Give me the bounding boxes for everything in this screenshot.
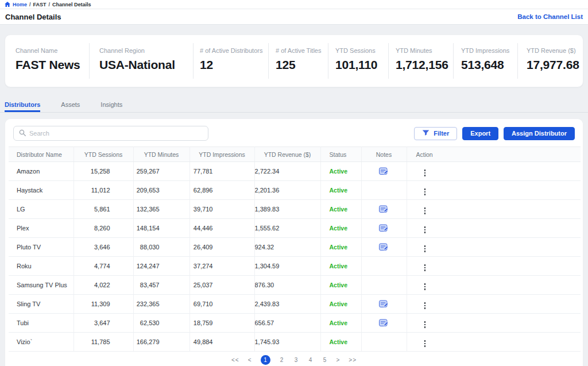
filter-button[interactable]: Filter: [414, 127, 457, 140]
pagination-last[interactable]: >>: [349, 357, 357, 363]
home-icon[interactable]: [5, 2, 10, 7]
stat-label: Channel Name: [16, 47, 89, 54]
toolbar-buttons: Filter Export Assign Distributor: [414, 127, 575, 140]
status-badge: Active: [330, 244, 348, 251]
tab-distributors[interactable]: Distributors: [5, 97, 40, 112]
row-actions-kebab-icon[interactable]: [422, 263, 428, 272]
page-title: Channel Details: [5, 13, 61, 21]
column-header-ytd-sessions: YTD Sessions: [74, 147, 133, 162]
tab-insights[interactable]: Insights: [100, 97, 122, 112]
status-cell: Active: [320, 181, 361, 200]
ytd-impressions-cell: 62,896: [189, 181, 254, 200]
ytd-minutes-cell: 232,365: [133, 295, 189, 314]
ytd-minutes-cell: 83,457: [133, 276, 189, 295]
pagination-page-3[interactable]: 3: [293, 357, 299, 363]
stat-label: YTD Sessions: [335, 47, 388, 54]
action-cell: [407, 333, 581, 352]
stat-label: # of Active Distributors: [200, 47, 268, 54]
note-edit-icon[interactable]: [379, 167, 389, 175]
notes-cell: [361, 162, 407, 181]
status-badge: Active: [330, 263, 348, 269]
ytd-sessions-cell: 8,260: [74, 219, 133, 238]
pagination-page-5[interactable]: 5: [322, 357, 328, 363]
stat-cell: YTD Impressions 513,648: [453, 35, 517, 87]
search-box[interactable]: [13, 126, 208, 141]
breadcrumb-item-channel-details: Channel Details: [52, 2, 91, 7]
action-cell: [407, 314, 581, 333]
breadcrumb-separator: /: [49, 2, 51, 7]
breadcrumb-item-fast[interactable]: FAST: [33, 2, 47, 7]
row-actions-kebab-icon[interactable]: [422, 320, 428, 329]
row-actions-kebab-icon[interactable]: [422, 168, 428, 178]
pagination-first[interactable]: <<: [231, 357, 239, 363]
table-row: Plex 8,260 148,154 44,446 1,555.62 Activ…: [9, 219, 581, 238]
ytd-impressions-cell: 18,759: [189, 314, 254, 333]
notes-cell: [361, 333, 407, 352]
stat-cell: Channel Region USA-National: [89, 35, 193, 87]
action-cell: [407, 257, 581, 276]
ytd-revenue-cell: 1,745.93: [254, 333, 320, 352]
note-edit-icon[interactable]: [379, 243, 389, 251]
column-header-ytd-revenue: YTD Revenue ($): [254, 147, 320, 162]
note-edit-icon[interactable]: [379, 224, 389, 232]
pagination: <<<12345>>>: [5, 355, 583, 365]
note-edit-icon[interactable]: [379, 300, 389, 308]
row-actions-kebab-icon[interactable]: [422, 187, 428, 197]
row-actions-kebab-icon[interactable]: [422, 225, 428, 234]
stat-cell: YTD Sessions 101,110: [328, 35, 388, 87]
distributor-name-cell: LG: [9, 200, 74, 219]
status-badge: Active: [330, 300, 348, 307]
ytd-revenue-cell: 2,722.34: [254, 162, 320, 181]
row-actions-kebab-icon[interactable]: [422, 282, 428, 291]
distributor-name-cell: Sling TV: [9, 295, 74, 314]
ytd-sessions-cell: 11,012: [74, 181, 133, 200]
table-row: Samsung TV Plus 4,022 83,457 25,037 876.…: [9, 276, 581, 295]
pagination-next[interactable]: >: [336, 357, 341, 363]
pagination-page-2[interactable]: 2: [279, 357, 285, 363]
notes-cell: [361, 200, 407, 219]
note-edit-icon[interactable]: [379, 319, 389, 327]
status-badge: Active: [330, 338, 348, 345]
action-cell: [407, 276, 581, 295]
ytd-minutes-cell: 259,267: [133, 162, 189, 181]
ytd-minutes-cell: 62,530: [133, 314, 189, 333]
ytd-sessions-cell: 4,022: [74, 276, 133, 295]
ytd-impressions-cell: 25,037: [189, 276, 254, 295]
stat-value: 101,110: [335, 58, 388, 72]
ytd-sessions-cell: 11,309: [74, 295, 133, 314]
status-cell: Active: [320, 314, 361, 333]
back-to-channel-list-link[interactable]: Back to Channel List: [517, 13, 583, 20]
status-cell: Active: [320, 295, 361, 314]
notes-cell: [361, 314, 407, 333]
status-cell: Active: [320, 162, 361, 181]
filter-funnel-icon: [422, 130, 430, 137]
ytd-sessions-cell: 11,785: [74, 333, 133, 352]
ytd-revenue-cell: 1,304.59: [254, 257, 320, 276]
notes-cell: [361, 257, 407, 276]
note-edit-icon[interactable]: [379, 205, 389, 213]
notes-cell: [361, 181, 407, 200]
distributor-name-cell: Amazon: [9, 162, 74, 181]
ytd-impressions-cell: 69,710: [189, 295, 254, 314]
pagination-page-1[interactable]: 1: [261, 355, 270, 365]
ytd-impressions-cell: 26,409: [189, 238, 254, 257]
row-actions-kebab-icon[interactable]: [422, 301, 428, 310]
ytd-revenue-cell: 924.32: [254, 238, 320, 257]
stats-card: Channel Name FAST News Channel Region US…: [5, 34, 583, 87]
action-cell: [407, 295, 581, 314]
row-actions-kebab-icon[interactable]: [422, 206, 428, 215]
pagination-page-4[interactable]: 4: [308, 357, 314, 363]
assign-distributor-button[interactable]: Assign Distributor: [504, 127, 575, 140]
export-button[interactable]: Export: [462, 127, 498, 140]
row-actions-kebab-icon[interactable]: [422, 244, 428, 253]
ytd-minutes-cell: 132,365: [133, 200, 189, 219]
stat-value: FAST News: [16, 58, 89, 72]
search-input[interactable]: [29, 130, 203, 137]
row-actions-kebab-icon[interactable]: [422, 339, 428, 348]
ytd-impressions-cell: 49,884: [189, 333, 254, 352]
breadcrumb-home-link[interactable]: Home: [13, 2, 27, 7]
stat-value: 1,712,156: [396, 58, 453, 72]
pagination-prev[interactable]: <: [248, 357, 252, 363]
tab-assets[interactable]: Assets: [61, 97, 80, 112]
distributors-panel: Filter Export Assign Distributor Distrib…: [5, 118, 583, 366]
